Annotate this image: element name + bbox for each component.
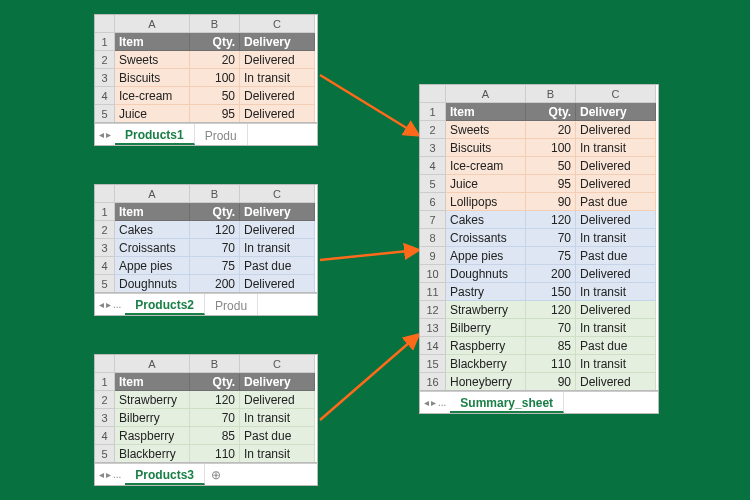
cell-qty[interactable]: 200	[190, 275, 240, 293]
row-header[interactable]: 2	[95, 221, 115, 239]
cell-item[interactable]: Ice-cream	[446, 157, 526, 175]
row-header[interactable]: 1	[95, 373, 115, 391]
cell-delivery[interactable]: Delivered	[576, 373, 656, 391]
cell-item[interactable]: Appe pies	[115, 257, 190, 275]
row-header[interactable]: 2	[420, 121, 446, 139]
row-header[interactable]: 3	[95, 239, 115, 257]
select-all-corner[interactable]	[95, 185, 115, 203]
cell-delivery[interactable]: In transit	[240, 409, 315, 427]
cell-qty[interactable]: 50	[526, 157, 576, 175]
table-header-delivery[interactable]: Delivery	[240, 33, 315, 51]
select-all-corner[interactable]	[95, 15, 115, 33]
table-header-qty[interactable]: Qty.	[526, 103, 576, 121]
col-header-b[interactable]: B	[190, 355, 240, 373]
row-header[interactable]: 2	[95, 51, 115, 69]
cell-item[interactable]: Doughnuts	[115, 275, 190, 293]
row-header[interactable]: 13	[420, 319, 446, 337]
cell-item[interactable]: Appe pies	[446, 247, 526, 265]
cell-item[interactable]: Ice-cream	[115, 87, 190, 105]
row-header[interactable]: 5	[95, 275, 115, 293]
cell-qty[interactable]: 120	[526, 301, 576, 319]
cell-delivery[interactable]: Past due	[576, 337, 656, 355]
cell-qty[interactable]: 70	[190, 409, 240, 427]
table-header-delivery[interactable]: Delivery	[240, 373, 315, 391]
cell-qty[interactable]: 120	[190, 221, 240, 239]
row-header[interactable]: 9	[420, 247, 446, 265]
cell-delivery[interactable]: Delivered	[240, 87, 315, 105]
cell-qty[interactable]: 70	[526, 319, 576, 337]
cell-qty[interactable]: 90	[526, 193, 576, 211]
cell-delivery[interactable]: Delivered	[240, 275, 315, 293]
tab-nav-more-icon[interactable]: ...	[113, 469, 121, 480]
cell-item[interactable]: Bilberry	[115, 409, 190, 427]
cell-qty[interactable]: 95	[190, 105, 240, 123]
row-header[interactable]: 12	[420, 301, 446, 319]
tab-nav-next-icon[interactable]: ▸	[106, 129, 111, 140]
tab-products3[interactable]: Products3	[125, 464, 205, 485]
tab-products2[interactable]: Products2	[125, 294, 205, 315]
cell-qty[interactable]: 70	[526, 229, 576, 247]
tab-nav-next-icon[interactable]: ▸	[106, 469, 111, 480]
cell-delivery[interactable]: Delivered	[240, 51, 315, 69]
table-header-qty[interactable]: Qty.	[190, 203, 240, 221]
col-header-b[interactable]: B	[190, 185, 240, 203]
col-header-a[interactable]: A	[115, 15, 190, 33]
col-header-c[interactable]: C	[240, 185, 315, 203]
cell-delivery[interactable]: Delivered	[240, 105, 315, 123]
row-header[interactable]: 8	[420, 229, 446, 247]
row-header[interactable]: 5	[95, 445, 115, 463]
row-header[interactable]: 11	[420, 283, 446, 301]
cell-item[interactable]: Sweets	[446, 121, 526, 139]
cell-item[interactable]: Juice	[115, 105, 190, 123]
table-header-item[interactable]: Item	[115, 33, 190, 51]
cell-qty[interactable]: 85	[190, 427, 240, 445]
row-header[interactable]: 6	[420, 193, 446, 211]
cell-delivery[interactable]: In transit	[576, 319, 656, 337]
cell-delivery[interactable]: In transit	[240, 445, 315, 463]
row-header[interactable]: 1	[95, 33, 115, 51]
cell-delivery[interactable]: Delivered	[576, 175, 656, 193]
cell-item[interactable]: Sweets	[115, 51, 190, 69]
add-sheet-button[interactable]: ⊕	[205, 464, 227, 485]
row-header[interactable]: 10	[420, 265, 446, 283]
col-header-b[interactable]: B	[190, 15, 240, 33]
row-header[interactable]: 1	[95, 203, 115, 221]
row-header[interactable]: 14	[420, 337, 446, 355]
table-header-qty[interactable]: Qty.	[190, 373, 240, 391]
cell-delivery[interactable]: Past due	[240, 427, 315, 445]
table-header-item[interactable]: Item	[446, 103, 526, 121]
tab-next-sheet[interactable]: Produ	[195, 124, 248, 145]
cell-delivery[interactable]: In transit	[240, 69, 315, 87]
cell-item[interactable]: Croissants	[446, 229, 526, 247]
cell-qty[interactable]: 20	[190, 51, 240, 69]
select-all-corner[interactable]	[420, 85, 446, 103]
row-header[interactable]: 4	[95, 257, 115, 275]
cell-qty[interactable]: 20	[526, 121, 576, 139]
tab-next-sheet[interactable]: Produ	[205, 294, 258, 315]
cell-delivery[interactable]: Past due	[576, 193, 656, 211]
row-header[interactable]: 5	[95, 105, 115, 123]
col-header-c[interactable]: C	[240, 15, 315, 33]
row-header[interactable]: 3	[95, 69, 115, 87]
tab-nav-next-icon[interactable]: ▸	[431, 397, 436, 408]
cell-item[interactable]: Doughnuts	[446, 265, 526, 283]
cell-qty[interactable]: 50	[190, 87, 240, 105]
row-header[interactable]: 4	[420, 157, 446, 175]
col-header-c[interactable]: C	[576, 85, 656, 103]
col-header-a[interactable]: A	[446, 85, 526, 103]
table-header-qty[interactable]: Qty.	[190, 33, 240, 51]
cell-qty[interactable]: 75	[526, 247, 576, 265]
tab-nav-more-icon[interactable]: ...	[113, 299, 121, 310]
cell-item[interactable]: Blackberry	[446, 355, 526, 373]
cell-qty[interactable]: 70	[190, 239, 240, 257]
cell-qty[interactable]: 110	[526, 355, 576, 373]
cell-qty[interactable]: 150	[526, 283, 576, 301]
col-header-a[interactable]: A	[115, 355, 190, 373]
col-header-c[interactable]: C	[240, 355, 315, 373]
row-header[interactable]: 1	[420, 103, 446, 121]
tab-nav-prev-icon[interactable]: ◂	[424, 397, 429, 408]
cell-qty[interactable]: 120	[190, 391, 240, 409]
cell-qty[interactable]: 120	[526, 211, 576, 229]
table-header-item[interactable]: Item	[115, 373, 190, 391]
tab-nav-prev-icon[interactable]: ◂	[99, 299, 104, 310]
